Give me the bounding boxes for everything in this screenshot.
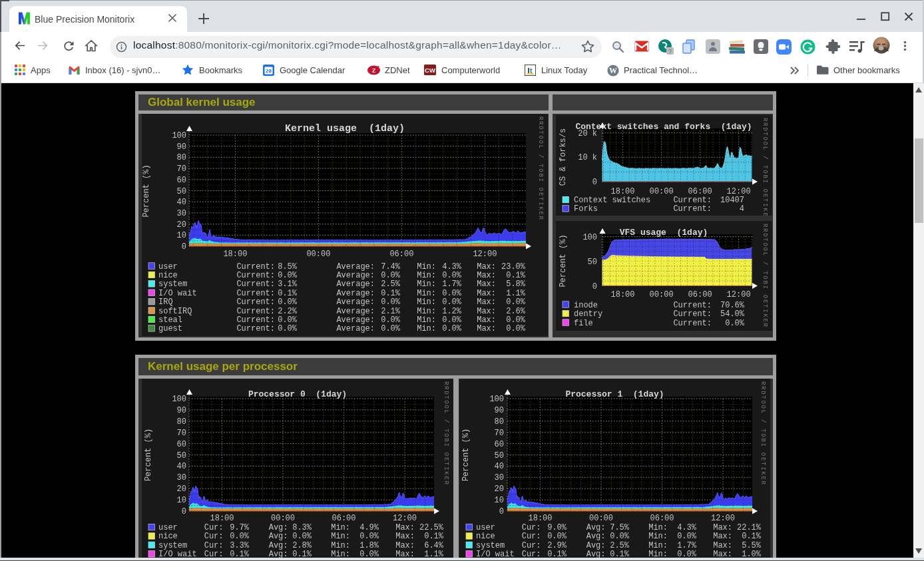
svg-text:Cur:: Cur:	[522, 541, 541, 550]
svg-text:Context switches and forks (1: Context switches and forks (1day)	[575, 122, 752, 132]
svg-text:Percent (%): Percent (%)	[144, 429, 153, 481]
svg-text:Current:: Current:	[236, 262, 275, 272]
svg-text:Max:: Max:	[713, 523, 732, 532]
svg-text:Max:: Max:	[477, 280, 496, 289]
svg-text:60: 60	[177, 440, 186, 449]
svg-text:Min:: Min:	[417, 324, 436, 333]
svg-text:0.1%: 0.1%	[506, 271, 526, 280]
svg-text:RRDTOOL / TOBI OETIKER: RRDTOOL / TOBI OETIKER	[760, 381, 766, 485]
svg-text:Max:: Max:	[477, 262, 496, 272]
svg-text:5.5%: 5.5%	[742, 541, 762, 550]
svg-text:0.1%: 0.1%	[278, 289, 298, 298]
svg-text:Min:: Min:	[331, 541, 350, 550]
svg-text:0.0%: 0.0%	[359, 532, 379, 541]
svg-text:Max:: Max:	[477, 297, 496, 307]
svg-text:Processor 0 (1day): Processor 0 (1day)	[248, 389, 347, 399]
svg-text:Avg:: Avg:	[586, 541, 606, 550]
svg-text:50: 50	[177, 451, 186, 461]
svg-text:inode: inode	[574, 301, 598, 310]
svg-text:0.0%: 0.0%	[442, 271, 462, 280]
svg-text:00:00: 00:00	[650, 187, 674, 196]
svg-text:user: user	[158, 523, 178, 532]
svg-text:2.2%: 2.2%	[278, 307, 298, 316]
svg-text:28: 28	[266, 68, 272, 74]
svg-text:100: 100	[582, 233, 597, 242]
svg-text:system: system	[158, 541, 187, 550]
svg-text:M: M	[18, 12, 30, 25]
svg-text:CW: CW	[425, 67, 435, 74]
svg-text:70: 70	[495, 429, 504, 438]
svg-text:user: user	[476, 523, 495, 532]
svg-text:8.5%: 8.5%	[278, 262, 298, 272]
svg-text:20: 20	[495, 484, 504, 494]
svg-text:Context switches: Context switches	[574, 196, 650, 205]
svg-text:CS & forks/s: CS & forks/s	[559, 128, 568, 186]
svg-text:0.0%: 0.0%	[506, 324, 526, 333]
svg-text:18:00: 18:00	[210, 514, 234, 523]
svg-text:100: 100	[489, 395, 504, 404]
svg-text:RRDTOOL / TOBI OETIKER: RRDTOOL / TOBI OETIKER	[762, 224, 768, 327]
svg-text:Max:: Max:	[477, 324, 496, 333]
svg-text:80: 80	[177, 417, 186, 427]
svg-text:4.9%: 4.9%	[359, 523, 379, 532]
svg-text:80: 80	[495, 417, 504, 427]
svg-text:softIRQ: softIRQ	[158, 307, 192, 316]
svg-text:50: 50	[495, 451, 504, 461]
svg-text:1.1%: 1.1%	[506, 289, 526, 298]
svg-text:Current:: Current:	[673, 301, 712, 310]
svg-text:Max:: Max:	[395, 532, 415, 541]
svg-text:Avg:: Avg:	[269, 541, 288, 550]
svg-text:Current:: Current:	[673, 196, 712, 205]
svg-text:0.0%: 0.0%	[506, 297, 526, 307]
svg-text:0: 0	[499, 507, 504, 516]
svg-text:0.0%: 0.0%	[278, 315, 298, 325]
svg-text:t: t	[530, 67, 533, 75]
svg-text:2.6%: 2.6%	[506, 307, 526, 316]
svg-text:0.0%: 0.0%	[381, 271, 401, 280]
svg-text:I/O wait: I/O wait	[158, 289, 197, 298]
svg-text:12:00: 12:00	[473, 250, 497, 259]
svg-text:Current:: Current:	[236, 271, 275, 280]
svg-text:Percent (%): Percent (%)	[559, 234, 568, 287]
svg-text:18:00: 18:00	[223, 250, 247, 259]
svg-text:06:00: 06:00	[389, 250, 413, 259]
svg-text:Max:: Max:	[477, 289, 496, 298]
svg-text:10: 10	[495, 496, 504, 505]
svg-text:Cur:: Cur:	[204, 541, 224, 550]
svg-text:RRDTOOL / TOBI OETIKER: RRDTOOL / TOBI OETIKER	[762, 118, 768, 216]
svg-text:0: 0	[592, 178, 597, 187]
svg-text:40: 40	[177, 462, 186, 471]
svg-text:nice: nice	[158, 532, 178, 541]
svg-text:Min:: Min:	[417, 289, 436, 298]
svg-text:Current:: Current:	[236, 307, 275, 316]
svg-text:23.0%: 23.0%	[501, 262, 526, 272]
svg-text:Max:: Max:	[477, 271, 496, 280]
svg-text:00:00: 00:00	[306, 250, 330, 259]
svg-text:Average:: Average:	[336, 271, 375, 280]
svg-text:Min:: Min:	[417, 280, 436, 289]
svg-text:06:00: 06:00	[332, 514, 355, 523]
svg-text:06:00: 06:00	[650, 514, 674, 523]
svg-text:22.1%: 22.1%	[737, 523, 762, 532]
svg-text:Min:: Min:	[417, 297, 436, 307]
svg-text:Avg:: Avg:	[269, 532, 288, 541]
svg-text:8.3%: 8.3%	[292, 523, 312, 532]
svg-text:4.3%: 4.3%	[677, 523, 697, 532]
svg-text:10: 10	[177, 231, 186, 240]
svg-text:0.0%: 0.0%	[547, 532, 567, 541]
svg-text:Max:: Max:	[395, 523, 415, 532]
svg-text:Average:: Average:	[336, 315, 375, 325]
svg-text:Min:: Min:	[417, 262, 436, 272]
svg-text:10: 10	[177, 496, 186, 505]
svg-text:Average:: Average:	[336, 262, 375, 272]
svg-text:5.8%: 5.8%	[506, 280, 526, 289]
svg-text:Avg:: Avg:	[269, 523, 288, 532]
svg-text:2.9%: 2.9%	[547, 541, 567, 550]
svg-text:Current:: Current:	[236, 289, 275, 298]
svg-text:18:00: 18:00	[610, 187, 634, 196]
svg-text:1.8%: 1.8%	[359, 541, 379, 550]
svg-text:Max:: Max:	[713, 541, 732, 550]
svg-text:Min:: Min:	[331, 532, 350, 541]
svg-text:3.1%: 3.1%	[278, 280, 298, 289]
svg-text:Min:: Min:	[417, 307, 436, 316]
